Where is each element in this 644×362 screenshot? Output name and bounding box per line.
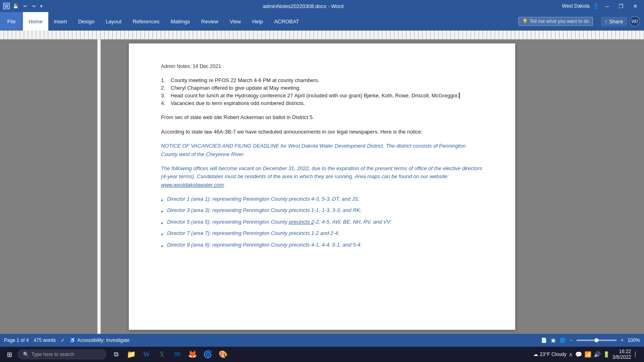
taskbar-icon-word[interactable]: W [139,347,154,362]
bullet-item: • Director 9 (area 9): representing Penn… [161,241,483,251]
taskbar-icon-excel[interactable]: X [155,347,169,362]
taskbar-icon-explorer[interactable]: 📁 [124,347,138,362]
firefox-icon: 🦊 [188,350,197,359]
notice-2-part1: The following offices will become vacant… [161,165,482,180]
search-icon: 🔍 [23,352,29,357]
ribbon-search-box[interactable]: 💡 Tell me what you want to do [518,17,593,26]
clock-date: 3/8/2022 [612,354,631,360]
bullet-icon-1: • [161,196,163,205]
bullet-icon-5: • [161,242,163,251]
read-mode-icon[interactable]: 📄 [541,337,547,343]
chevron-up-icon[interactable]: ∧ [569,351,573,358]
lightbulb-icon: 💡 [522,19,528,24]
bullet-icon-4: • [161,230,163,239]
tab-references[interactable]: References [127,12,165,31]
battery-icon[interactable]: 🔋 [603,351,610,358]
accessibility-icon: ♿ [70,337,76,343]
outlook-icon: ✉ [174,350,180,359]
accessibility-text: Accessibility: Investigate [77,337,130,343]
start-button[interactable]: ⊞ [2,347,17,362]
tab-home[interactable]: Home [23,12,48,31]
document-title: adminNotes20220308.docx - Word [263,3,344,9]
bullet-item: • Director 1 (area 1): representing Penn… [161,195,483,205]
notice-1-text: NOTICE OF VACANCIES AND FILING DEADLINE … [161,143,466,157]
undo-quickaccess-btn[interactable]: ↩ [22,3,29,10]
wifi-icon[interactable]: 📶 [584,351,591,358]
tab-design[interactable]: Design [72,12,100,31]
volume-icon[interactable]: 🔊 [594,351,601,358]
chat-icon[interactable]: 💬 [575,351,582,358]
web-layout-icon[interactable]: 🌐 [559,337,566,343]
ribbon-search-text: Tell me what you want to do [530,19,589,24]
list-item: 2. Cheryl Chapman offered to give update… [161,85,483,91]
document-header: Admin Notes, 14 Dec 2021 [161,64,483,69]
tab-review[interactable]: Review [196,12,224,31]
bullet-item: • Director 7 (area 7): representing Penn… [161,229,483,239]
website-link[interactable]: www.westdakotawater.com [161,182,224,188]
save-quickaccess-btn[interactable]: 💾 [11,3,20,10]
tab-mailings[interactable]: Mailings [165,12,196,31]
taskview-icon: ⧉ [114,351,118,358]
list-item-3-text: Head count for lunch at the Hydrology co… [171,93,483,99]
tab-insert[interactable]: Insert [48,12,73,31]
taskbar-icon-custom[interactable]: 🎨 [216,347,230,362]
list-item: 1. County meeting re PFOS 22 March 4-6 P… [161,77,483,83]
user-area: ↑ Share WD [597,12,644,31]
status-right: 📄 ▣ 🌐 − + 100% [541,337,640,343]
zoom-level: 100% [627,337,640,343]
windows-icon: ⊞ [7,351,12,358]
title-bar: W 💾 ↩ ↪ ▾ adminNotes20220308.docx - Word… [0,0,644,12]
taskbar-icon-taskview[interactable]: ⧉ [109,347,123,362]
page-container: Admin Notes, 14 Dec 2021 1. County meeti… [101,39,543,334]
taskbar-icon-firefox[interactable]: 🦊 [185,347,200,362]
zoom-in-btn[interactable]: + [621,337,623,343]
para-2: According to state law 46A-3B-7 we have … [161,128,483,136]
proofing-icon: ✓ [61,337,65,343]
redo-quickaccess-btn[interactable]: ↪ [30,3,37,10]
restore-btn[interactable]: ❐ [615,2,627,10]
print-layout-icon[interactable]: ▣ [551,337,555,343]
close-btn[interactable]: ✕ [630,2,641,10]
share-icon: ↑ [605,19,608,25]
list-item-2-text: Cheryl Chapman offered to give update at… [171,85,483,91]
left-margin-ruler [97,39,101,334]
taskbar-icon-edge[interactable]: 🌀 [200,347,215,362]
zoom-slider[interactable] [576,339,617,341]
customize-quickaccess-btn[interactable]: ▾ [39,3,44,10]
tab-help[interactable]: Help [246,12,268,31]
list-item-1-text: County meeting re PFOS 22 March 4-6 PM a… [171,77,483,83]
bullet-icon-2: • [161,207,163,216]
taskbar-search[interactable]: 🔍 Type here to search [18,350,106,359]
numbered-list: 1. County meeting re PFOS 22 March 4-6 P… [161,77,483,106]
taskbar-clock[interactable]: 16:22 3/8/2022 [612,349,631,360]
right-margin [543,39,644,334]
show-desktop-btn[interactable]: ▏ [634,352,639,358]
clock-time: 16:22 [612,349,631,354]
bullet-item: • Director 3 (area 3): representing Penn… [161,206,483,216]
share-button[interactable]: ↑ Share [601,17,627,26]
zoom-out-btn[interactable]: − [570,337,572,343]
title-bar-left: W 💾 ↩ ↪ ▾ [3,3,44,10]
ruler-marks [0,31,644,39]
minimize-btn[interactable]: ─ [602,2,612,10]
tab-file[interactable]: File [0,12,23,31]
taskbar-icon-outlook[interactable]: ✉ [170,347,184,362]
proofing-check-icon: ✓ [61,337,65,343]
zoom-thumb [594,338,599,342]
tab-acrobat[interactable]: ACROBAT [268,12,305,31]
excel-icon: X [159,350,165,359]
user-avatar[interactable]: WD [630,16,640,27]
word-count-text: 475 words [33,337,56,343]
taskbar-icons: ⧉ 📁 W X ✉ 🦊 🌀 🎨 [107,347,232,362]
tab-layout[interactable]: Layout [100,12,127,31]
page-info: Page 1 of 4 [4,337,29,343]
edge-icon: 🌀 [203,350,212,359]
tab-view[interactable]: View [224,12,246,31]
notice-2: The following offices will become vacant… [161,165,483,189]
accessibility-status[interactable]: ♿ Accessibility: Investigate [70,337,130,343]
search-placeholder-text: Type here to search [31,352,74,357]
bullet-item-1-text: Director 1 (area 1): representing Pennin… [167,195,483,205]
ruler [0,31,644,39]
title-bar-right: West Dakota 👤 ─ ❐ ✕ [562,2,641,10]
document-page[interactable]: Admin Notes, 14 Dec 2021 1. County meeti… [129,43,515,330]
